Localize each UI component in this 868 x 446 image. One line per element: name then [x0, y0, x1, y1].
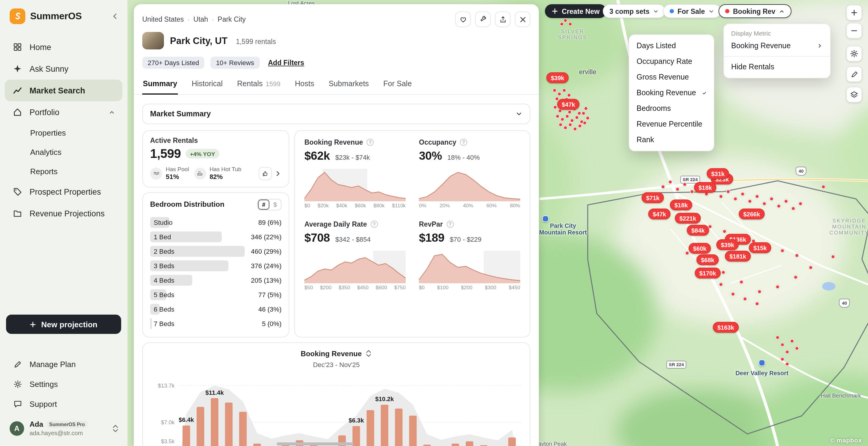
draw-tool-button[interactable] — [846, 66, 862, 82]
horizontal-scrollbar[interactable] — [134, 441, 539, 446]
market-summary-toggle[interactable]: Market Summary — [142, 104, 530, 124]
bedroom-row[interactable]: 2 Beds460 (29%) — [150, 244, 281, 258]
breadcrumb-city[interactable]: Park City — [218, 16, 246, 23]
bedroom-row[interactable]: 1 Bed346 (22%) — [150, 229, 281, 244]
price-marker[interactable]: $170k — [695, 267, 721, 279]
submenu-item-revenue-percentile[interactable]: Revenue Percentile — [629, 116, 714, 132]
price-marker[interactable]: $68k — [696, 254, 719, 265]
for-sale-dropdown[interactable]: For Sale — [663, 4, 721, 18]
price-marker[interactable]: $39k — [547, 72, 569, 83]
toggle-currency-button[interactable]: $ — [270, 199, 281, 210]
x-axis-labels: $0$20k$40k$60k$80k$110k — [304, 202, 406, 209]
bedroom-row[interactable]: 4 Beds205 (13%) — [150, 273, 281, 287]
sort-toggle-icon[interactable] — [365, 350, 372, 357]
layers-button[interactable] — [846, 87, 862, 102]
rental-dot — [722, 229, 727, 233]
submenu-item-occupancy-rate[interactable]: Occupancy Rate — [629, 54, 714, 69]
tab-hosts[interactable]: Hosts — [294, 77, 315, 94]
sidebar-item-properties[interactable]: Properties — [5, 123, 122, 142]
submenu-item-booking-revenue[interactable]: Booking Revenue — [629, 85, 714, 101]
share-button[interactable] — [495, 11, 510, 27]
breadcrumb-country[interactable]: United States — [142, 16, 184, 23]
menu-item-hide-rentals[interactable]: Hide Rentals — [724, 59, 830, 75]
sidebar-item-portfolio[interactable]: Portfolio — [5, 101, 122, 123]
price-marker[interactable]: $18k — [694, 182, 717, 193]
new-projection-button[interactable]: New projection — [6, 315, 121, 334]
price-marker[interactable]: $39k — [716, 239, 739, 250]
price-marker[interactable]: $181k — [725, 251, 751, 262]
price-marker[interactable]: $71k — [642, 192, 664, 203]
submenu-item-bedrooms[interactable]: Bedrooms — [629, 101, 714, 116]
x-tick: 80% — [510, 202, 520, 209]
tab-summary[interactable]: Summary — [142, 77, 178, 95]
red-dot-icon — [725, 9, 730, 13]
create-new-button[interactable]: Create New — [545, 4, 606, 18]
help-icon[interactable]: ? — [367, 139, 374, 146]
toggle-count-button[interactable]: # — [258, 199, 270, 210]
sidebar-item-reports[interactable]: Reports — [5, 162, 122, 181]
price-marker[interactable]: $31k — [707, 168, 730, 179]
close-button[interactable] — [515, 11, 530, 27]
filter-chip-reviews[interactable]: 10+ Reviews — [211, 57, 260, 69]
price-marker[interactable]: $47k — [648, 209, 671, 219]
rental-dot — [719, 282, 723, 287]
sidebar-item-prospect-properties[interactable]: Prospect Properties — [5, 181, 122, 202]
customize-button[interactable] — [475, 11, 491, 27]
submenu-item-days-listed[interactable]: Days Listed — [629, 38, 714, 54]
manage-plan-button[interactable]: Manage Plan — [5, 354, 122, 374]
tab-historical[interactable]: Historical — [191, 77, 223, 94]
comp-sets-dropdown[interactable]: 3 comp sets — [603, 4, 666, 18]
sidebar-item-home[interactable]: Home — [5, 36, 122, 58]
zoom-in-button[interactable] — [846, 5, 862, 21]
tab-for-sale[interactable]: For Sale — [383, 77, 412, 94]
price-marker[interactable]: $266k — [739, 209, 765, 219]
sidebar-item-ask-sunny[interactable]: Ask Sunny — [5, 58, 122, 79]
sidebar-collapse-button[interactable] — [112, 13, 119, 20]
filter-chip-days-listed[interactable]: 270+ Days Listed — [142, 57, 205, 69]
help-icon[interactable]: ? — [460, 139, 467, 146]
rental-dot — [795, 253, 799, 258]
sidebar-item-revenue-projections[interactable]: Revenue Projections — [5, 202, 122, 224]
bedroom-row[interactable]: 6 Beds46 (3%) — [150, 301, 281, 316]
metric-dropdown[interactable]: Booking Rev — [718, 4, 792, 18]
bedroom-row[interactable]: 7 Beds5 (0%) — [150, 316, 281, 330]
tab-submarkets[interactable]: Submarkets — [328, 77, 369, 94]
x-tick: $750 — [394, 284, 406, 290]
map-settings-button[interactable] — [846, 46, 862, 61]
submenu-item-gross-revenue[interactable]: Gross Revenue — [629, 69, 714, 85]
price-marker[interactable]: $15k — [749, 242, 772, 253]
bedroom-row[interactable]: 5 Beds77 (5%) — [150, 287, 281, 301]
card-title: Active Rentals — [150, 137, 281, 144]
bedroom-row[interactable]: Studio89 (6%) — [150, 215, 281, 229]
favorite-button[interactable] — [455, 11, 471, 27]
user-menu[interactable]: A Ada SummerOS Pro ada.hayes@str.com — [0, 414, 127, 446]
help-icon[interactable]: ? — [371, 221, 378, 228]
tab-rentals[interactable]: Rentals1599 — [237, 77, 281, 94]
sidebar-item-label: Properties — [30, 128, 66, 137]
scrollbar-thumb[interactable] — [277, 442, 354, 445]
zoom-out-button[interactable] — [846, 23, 862, 39]
breadcrumb-state[interactable]: Utah — [193, 16, 208, 23]
bedroom-label: 1 Bed — [154, 229, 171, 244]
bedroom-value: 89 (6%) — [258, 215, 281, 229]
help-icon[interactable]: ? — [446, 221, 454, 228]
sidebar-item-analytics[interactable]: Analytics — [5, 142, 122, 162]
add-filters-button[interactable]: Add Filters — [268, 59, 304, 66]
price-marker[interactable]: $18k — [670, 199, 692, 210]
booking-revenue-trend-chart: $13.7k$7.0k$3.5k$6.4k$11.4k$6.3k$10.2k — [150, 376, 523, 446]
chevron-right-icon[interactable] — [274, 170, 281, 177]
price-marker[interactable]: $84k — [687, 225, 710, 236]
menu-item-booking-revenue[interactable]: Booking Revenue — [724, 38, 830, 54]
submenu-item-rank[interactable]: Rank — [629, 132, 714, 148]
price-marker[interactable]: $163k — [713, 322, 739, 333]
bedroom-row[interactable]: 3 Beds376 (24%) — [150, 258, 281, 273]
chevron-down-icon — [709, 8, 715, 14]
support-button[interactable]: Support — [5, 394, 122, 414]
sidebar-item-market-search[interactable]: Market Search — [5, 79, 122, 101]
price-marker[interactable]: $221k — [675, 213, 701, 224]
price-marker[interactable]: $47k — [557, 99, 580, 110]
thumbs-up-button[interactable] — [258, 167, 272, 180]
price-marker[interactable]: $60k — [689, 243, 711, 254]
settings-button[interactable]: Settings — [5, 374, 122, 394]
rental-dot — [790, 339, 794, 343]
